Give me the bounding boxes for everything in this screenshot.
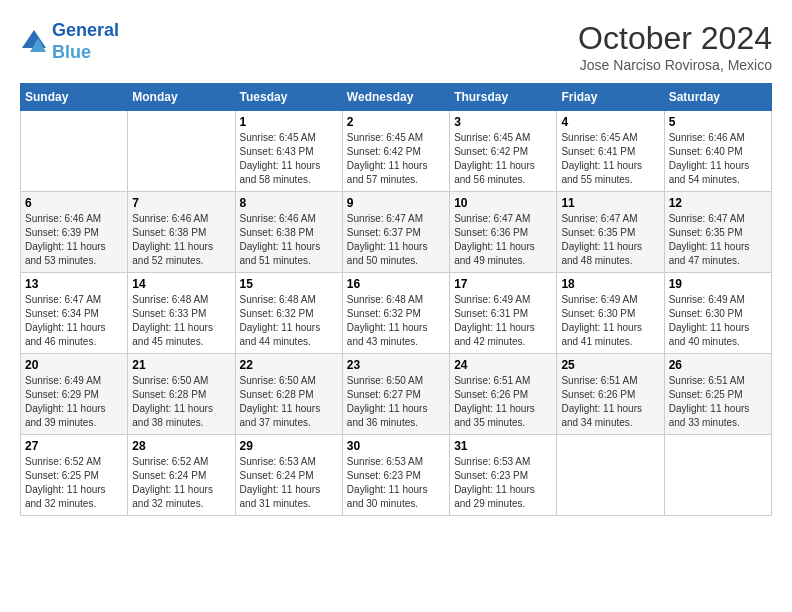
day-number: 10 [454,196,552,210]
calendar-cell: 14Sunrise: 6:48 AM Sunset: 6:33 PM Dayli… [128,273,235,354]
logo-line1: General [52,20,119,40]
day-info: Sunrise: 6:53 AM Sunset: 6:24 PM Dayligh… [240,455,338,511]
day-number: 20 [25,358,123,372]
day-info: Sunrise: 6:45 AM Sunset: 6:42 PM Dayligh… [347,131,445,187]
day-info: Sunrise: 6:52 AM Sunset: 6:25 PM Dayligh… [25,455,123,511]
day-info: Sunrise: 6:45 AM Sunset: 6:41 PM Dayligh… [561,131,659,187]
day-info: Sunrise: 6:49 AM Sunset: 6:31 PM Dayligh… [454,293,552,349]
day-number: 9 [347,196,445,210]
day-number: 11 [561,196,659,210]
calendar-cell: 26Sunrise: 6:51 AM Sunset: 6:25 PM Dayli… [664,354,771,435]
calendar-cell: 27Sunrise: 6:52 AM Sunset: 6:25 PM Dayli… [21,435,128,516]
header-day-monday: Monday [128,84,235,111]
day-info: Sunrise: 6:51 AM Sunset: 6:26 PM Dayligh… [454,374,552,430]
day-number: 13 [25,277,123,291]
calendar-cell: 12Sunrise: 6:47 AM Sunset: 6:35 PM Dayli… [664,192,771,273]
day-info: Sunrise: 6:50 AM Sunset: 6:27 PM Dayligh… [347,374,445,430]
day-info: Sunrise: 6:48 AM Sunset: 6:32 PM Dayligh… [240,293,338,349]
day-info: Sunrise: 6:47 AM Sunset: 6:36 PM Dayligh… [454,212,552,268]
day-number: 8 [240,196,338,210]
day-number: 2 [347,115,445,129]
calendar-cell: 2Sunrise: 6:45 AM Sunset: 6:42 PM Daylig… [342,111,449,192]
day-info: Sunrise: 6:46 AM Sunset: 6:39 PM Dayligh… [25,212,123,268]
logo: General Blue [20,20,119,63]
header-day-tuesday: Tuesday [235,84,342,111]
day-info: Sunrise: 6:47 AM Sunset: 6:35 PM Dayligh… [561,212,659,268]
week-row-1: 1Sunrise: 6:45 AM Sunset: 6:43 PM Daylig… [21,111,772,192]
day-info: Sunrise: 6:46 AM Sunset: 6:38 PM Dayligh… [240,212,338,268]
day-info: Sunrise: 6:51 AM Sunset: 6:26 PM Dayligh… [561,374,659,430]
week-row-4: 20Sunrise: 6:49 AM Sunset: 6:29 PM Dayli… [21,354,772,435]
day-number: 6 [25,196,123,210]
title-area: October 2024 Jose Narciso Rovirosa, Mexi… [578,20,772,73]
day-info: Sunrise: 6:47 AM Sunset: 6:34 PM Dayligh… [25,293,123,349]
day-number: 5 [669,115,767,129]
calendar-cell: 31Sunrise: 6:53 AM Sunset: 6:23 PM Dayli… [450,435,557,516]
location: Jose Narciso Rovirosa, Mexico [578,57,772,73]
day-info: Sunrise: 6:45 AM Sunset: 6:43 PM Dayligh… [240,131,338,187]
day-info: Sunrise: 6:49 AM Sunset: 6:29 PM Dayligh… [25,374,123,430]
calendar-header: SundayMondayTuesdayWednesdayThursdayFrid… [21,84,772,111]
logo-line2: Blue [52,42,91,62]
day-number: 29 [240,439,338,453]
week-row-3: 13Sunrise: 6:47 AM Sunset: 6:34 PM Dayli… [21,273,772,354]
day-number: 16 [347,277,445,291]
calendar-cell [21,111,128,192]
day-number: 27 [25,439,123,453]
calendar-cell: 9Sunrise: 6:47 AM Sunset: 6:37 PM Daylig… [342,192,449,273]
week-row-5: 27Sunrise: 6:52 AM Sunset: 6:25 PM Dayli… [21,435,772,516]
day-number: 15 [240,277,338,291]
day-number: 19 [669,277,767,291]
calendar-cell: 30Sunrise: 6:53 AM Sunset: 6:23 PM Dayli… [342,435,449,516]
day-info: Sunrise: 6:52 AM Sunset: 6:24 PM Dayligh… [132,455,230,511]
day-number: 23 [347,358,445,372]
day-number: 1 [240,115,338,129]
day-number: 28 [132,439,230,453]
header-day-sunday: Sunday [21,84,128,111]
day-number: 7 [132,196,230,210]
calendar-cell: 28Sunrise: 6:52 AM Sunset: 6:24 PM Dayli… [128,435,235,516]
day-info: Sunrise: 6:53 AM Sunset: 6:23 PM Dayligh… [347,455,445,511]
day-info: Sunrise: 6:50 AM Sunset: 6:28 PM Dayligh… [240,374,338,430]
day-number: 12 [669,196,767,210]
calendar-cell: 18Sunrise: 6:49 AM Sunset: 6:30 PM Dayli… [557,273,664,354]
calendar-cell: 29Sunrise: 6:53 AM Sunset: 6:24 PM Dayli… [235,435,342,516]
day-number: 17 [454,277,552,291]
day-number: 25 [561,358,659,372]
calendar-cell: 22Sunrise: 6:50 AM Sunset: 6:28 PM Dayli… [235,354,342,435]
day-number: 22 [240,358,338,372]
calendar-cell: 4Sunrise: 6:45 AM Sunset: 6:41 PM Daylig… [557,111,664,192]
day-number: 31 [454,439,552,453]
calendar-body: 1Sunrise: 6:45 AM Sunset: 6:43 PM Daylig… [21,111,772,516]
header-row: SundayMondayTuesdayWednesdayThursdayFrid… [21,84,772,111]
calendar-cell [664,435,771,516]
calendar-cell: 7Sunrise: 6:46 AM Sunset: 6:38 PM Daylig… [128,192,235,273]
day-info: Sunrise: 6:46 AM Sunset: 6:38 PM Dayligh… [132,212,230,268]
logo-text: General Blue [52,20,119,63]
day-info: Sunrise: 6:50 AM Sunset: 6:28 PM Dayligh… [132,374,230,430]
calendar-cell: 3Sunrise: 6:45 AM Sunset: 6:42 PM Daylig… [450,111,557,192]
calendar-cell: 23Sunrise: 6:50 AM Sunset: 6:27 PM Dayli… [342,354,449,435]
day-number: 30 [347,439,445,453]
page-header: General Blue October 2024 Jose Narciso R… [20,20,772,73]
calendar-cell: 11Sunrise: 6:47 AM Sunset: 6:35 PM Dayli… [557,192,664,273]
calendar-table: SundayMondayTuesdayWednesdayThursdayFrid… [20,83,772,516]
header-day-thursday: Thursday [450,84,557,111]
day-info: Sunrise: 6:49 AM Sunset: 6:30 PM Dayligh… [561,293,659,349]
calendar-cell: 20Sunrise: 6:49 AM Sunset: 6:29 PM Dayli… [21,354,128,435]
day-info: Sunrise: 6:46 AM Sunset: 6:40 PM Dayligh… [669,131,767,187]
month-title: October 2024 [578,20,772,57]
logo-icon [20,28,48,56]
day-number: 14 [132,277,230,291]
calendar-cell: 6Sunrise: 6:46 AM Sunset: 6:39 PM Daylig… [21,192,128,273]
calendar-cell [557,435,664,516]
day-info: Sunrise: 6:47 AM Sunset: 6:37 PM Dayligh… [347,212,445,268]
calendar-cell: 10Sunrise: 6:47 AM Sunset: 6:36 PM Dayli… [450,192,557,273]
calendar-cell: 24Sunrise: 6:51 AM Sunset: 6:26 PM Dayli… [450,354,557,435]
day-info: Sunrise: 6:49 AM Sunset: 6:30 PM Dayligh… [669,293,767,349]
calendar-cell: 5Sunrise: 6:46 AM Sunset: 6:40 PM Daylig… [664,111,771,192]
header-day-friday: Friday [557,84,664,111]
day-number: 26 [669,358,767,372]
day-number: 3 [454,115,552,129]
calendar-cell: 25Sunrise: 6:51 AM Sunset: 6:26 PM Dayli… [557,354,664,435]
